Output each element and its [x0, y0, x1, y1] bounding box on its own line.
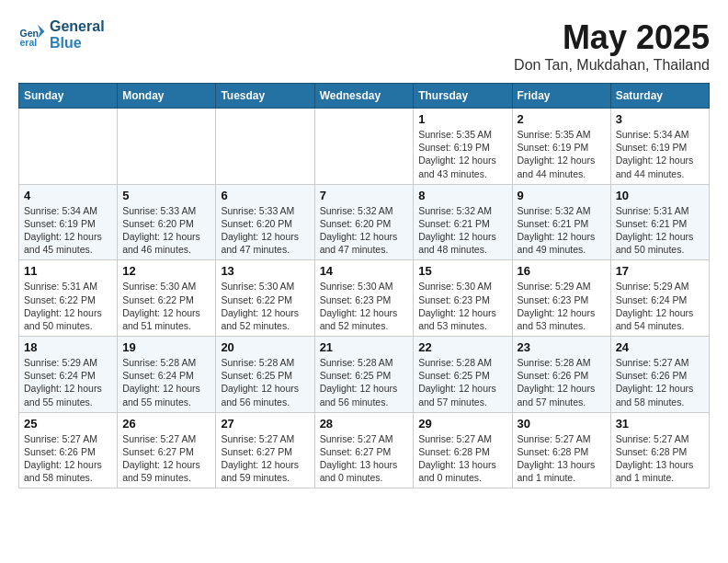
day-number: 9	[518, 189, 606, 202]
day-number: 19	[122, 340, 210, 354]
day-info: Sunrise: 5:31 AM Sunset: 6:21 PM Dayligh…	[616, 204, 704, 257]
calendar-cell: 16Sunrise: 5:29 AM Sunset: 6:23 PM Dayli…	[512, 260, 610, 337]
calendar-cell: 25Sunrise: 5:27 AM Sunset: 6:26 PM Dayli…	[19, 412, 118, 488]
day-info: Sunrise: 5:29 AM Sunset: 6:23 PM Dayligh…	[518, 280, 606, 332]
day-info: Sunrise: 5:32 AM Sunset: 6:21 PM Dayligh…	[518, 204, 606, 257]
calendar-cell: 11Sunrise: 5:31 AM Sunset: 6:22 PM Dayli…	[19, 260, 118, 337]
calendar-cell	[118, 109, 216, 185]
day-number: 27	[221, 417, 309, 431]
calendar-cell	[314, 109, 414, 185]
calendar-cell: 21Sunrise: 5:28 AM Sunset: 6:25 PM Dayli…	[314, 337, 414, 413]
day-number: 4	[24, 189, 112, 202]
weekday-header-friday: Friday	[512, 84, 610, 109]
weekday-header-thursday: Thursday	[414, 84, 512, 109]
day-info: Sunrise: 5:27 AM Sunset: 6:28 PM Dayligh…	[418, 432, 506, 485]
calendar-cell: 4Sunrise: 5:34 AM Sunset: 6:19 PM Daylig…	[19, 184, 118, 260]
day-number: 29	[418, 417, 506, 431]
calendar-table: SundayMondayTuesdayWednesdayThursdayFrid…	[18, 83, 710, 488]
day-info: Sunrise: 5:34 AM Sunset: 6:19 PM Dayligh…	[616, 128, 704, 180]
day-info: Sunrise: 5:32 AM Sunset: 6:20 PM Dayligh…	[320, 204, 409, 257]
calendar-cell: 31Sunrise: 5:27 AM Sunset: 6:28 PM Dayli…	[610, 412, 709, 488]
calendar-cell: 12Sunrise: 5:30 AM Sunset: 6:22 PM Dayli…	[118, 260, 216, 337]
calendar-week-row: 1Sunrise: 5:35 AM Sunset: 6:19 PM Daylig…	[19, 109, 710, 185]
page-header: Gen eral General Blue May 2025 Don Tan, …	[18, 18, 710, 74]
day-number: 31	[616, 417, 704, 431]
day-info: Sunrise: 5:29 AM Sunset: 6:24 PM Dayligh…	[24, 356, 112, 408]
day-info: Sunrise: 5:30 AM Sunset: 6:23 PM Dayligh…	[418, 280, 506, 332]
calendar-subtitle: Don Tan, Mukdahan, Thailand	[514, 57, 710, 74]
day-number: 15	[418, 264, 506, 278]
day-info: Sunrise: 5:28 AM Sunset: 6:24 PM Dayligh…	[122, 356, 210, 408]
day-info: Sunrise: 5:30 AM Sunset: 6:23 PM Dayligh…	[320, 280, 409, 332]
day-info: Sunrise: 5:34 AM Sunset: 6:19 PM Dayligh…	[24, 204, 112, 257]
day-info: Sunrise: 5:27 AM Sunset: 6:26 PM Dayligh…	[24, 432, 112, 485]
day-number: 23	[518, 340, 606, 354]
day-info: Sunrise: 5:28 AM Sunset: 6:25 PM Dayligh…	[221, 356, 309, 408]
calendar-cell: 30Sunrise: 5:27 AM Sunset: 6:28 PM Dayli…	[512, 412, 610, 488]
day-info: Sunrise: 5:30 AM Sunset: 6:22 PM Dayligh…	[221, 280, 309, 332]
calendar-week-row: 11Sunrise: 5:31 AM Sunset: 6:22 PM Dayli…	[19, 260, 710, 337]
day-info: Sunrise: 5:27 AM Sunset: 6:27 PM Dayligh…	[122, 432, 210, 485]
calendar-cell	[216, 109, 314, 185]
day-number: 24	[616, 340, 704, 354]
weekday-header-tuesday: Tuesday	[216, 84, 314, 109]
svg-marker-2	[38, 24, 45, 38]
calendar-cell: 24Sunrise: 5:27 AM Sunset: 6:26 PM Dayli…	[610, 337, 709, 413]
day-info: Sunrise: 5:28 AM Sunset: 6:25 PM Dayligh…	[320, 356, 409, 408]
weekday-header-sunday: Sunday	[19, 84, 118, 109]
day-info: Sunrise: 5:33 AM Sunset: 6:20 PM Dayligh…	[221, 204, 309, 257]
svg-text:eral: eral	[20, 37, 38, 48]
title-area: May 2025 Don Tan, Mukdahan, Thailand	[514, 18, 710, 74]
day-info: Sunrise: 5:27 AM Sunset: 6:28 PM Dayligh…	[518, 432, 606, 485]
day-number: 26	[122, 417, 210, 431]
day-number: 20	[221, 340, 309, 354]
day-number: 13	[221, 264, 309, 278]
calendar-cell: 15Sunrise: 5:30 AM Sunset: 6:23 PM Dayli…	[414, 260, 512, 337]
calendar-cell: 5Sunrise: 5:33 AM Sunset: 6:20 PM Daylig…	[118, 184, 216, 260]
weekday-header-monday: Monday	[118, 84, 216, 109]
day-number: 30	[518, 417, 606, 431]
day-number: 28	[320, 417, 409, 431]
logo: Gen eral General Blue	[18, 18, 105, 51]
calendar-cell: 17Sunrise: 5:29 AM Sunset: 6:24 PM Dayli…	[610, 260, 709, 337]
calendar-cell: 13Sunrise: 5:30 AM Sunset: 6:22 PM Dayli…	[216, 260, 314, 337]
calendar-week-row: 18Sunrise: 5:29 AM Sunset: 6:24 PM Dayli…	[19, 337, 710, 413]
day-info: Sunrise: 5:35 AM Sunset: 6:19 PM Dayligh…	[518, 128, 606, 180]
day-number: 2	[518, 112, 606, 126]
day-info: Sunrise: 5:35 AM Sunset: 6:19 PM Dayligh…	[418, 128, 506, 180]
calendar-cell: 1Sunrise: 5:35 AM Sunset: 6:19 PM Daylig…	[414, 109, 512, 185]
calendar-cell: 18Sunrise: 5:29 AM Sunset: 6:24 PM Dayli…	[19, 337, 118, 413]
day-number: 1	[418, 112, 506, 126]
calendar-cell: 2Sunrise: 5:35 AM Sunset: 6:19 PM Daylig…	[512, 109, 610, 185]
day-info: Sunrise: 5:27 AM Sunset: 6:26 PM Dayligh…	[616, 356, 704, 408]
day-info: Sunrise: 5:27 AM Sunset: 6:27 PM Dayligh…	[320, 432, 409, 485]
day-number: 25	[24, 417, 112, 431]
day-number: 8	[418, 189, 506, 202]
calendar-cell: 9Sunrise: 5:32 AM Sunset: 6:21 PM Daylig…	[512, 184, 610, 260]
day-number: 5	[122, 189, 210, 202]
day-info: Sunrise: 5:28 AM Sunset: 6:25 PM Dayligh…	[418, 356, 506, 408]
calendar-week-row: 4Sunrise: 5:34 AM Sunset: 6:19 PM Daylig…	[19, 184, 710, 260]
day-info: Sunrise: 5:27 AM Sunset: 6:27 PM Dayligh…	[221, 432, 309, 485]
calendar-cell: 22Sunrise: 5:28 AM Sunset: 6:25 PM Dayli…	[414, 337, 512, 413]
day-number: 18	[24, 340, 112, 354]
calendar-cell	[19, 109, 118, 185]
day-number: 11	[24, 264, 112, 278]
day-number: 6	[221, 189, 309, 202]
calendar-cell: 19Sunrise: 5:28 AM Sunset: 6:24 PM Dayli…	[118, 337, 216, 413]
day-info: Sunrise: 5:33 AM Sunset: 6:20 PM Dayligh…	[122, 204, 210, 257]
calendar-cell: 7Sunrise: 5:32 AM Sunset: 6:20 PM Daylig…	[314, 184, 414, 260]
logo-icon: Gen eral	[18, 21, 46, 49]
calendar-title: May 2025	[514, 18, 710, 57]
calendar-cell: 20Sunrise: 5:28 AM Sunset: 6:25 PM Dayli…	[216, 337, 314, 413]
calendar-cell: 27Sunrise: 5:27 AM Sunset: 6:27 PM Dayli…	[216, 412, 314, 488]
calendar-cell: 23Sunrise: 5:28 AM Sunset: 6:26 PM Dayli…	[512, 337, 610, 413]
calendar-cell: 3Sunrise: 5:34 AM Sunset: 6:19 PM Daylig…	[610, 109, 709, 185]
calendar-cell: 29Sunrise: 5:27 AM Sunset: 6:28 PM Dayli…	[414, 412, 512, 488]
calendar-cell: 14Sunrise: 5:30 AM Sunset: 6:23 PM Dayli…	[314, 260, 414, 337]
weekday-header-row: SundayMondayTuesdayWednesdayThursdayFrid…	[19, 84, 710, 109]
day-info: Sunrise: 5:31 AM Sunset: 6:22 PM Dayligh…	[24, 280, 112, 332]
day-number: 16	[518, 264, 606, 278]
day-info: Sunrise: 5:27 AM Sunset: 6:28 PM Dayligh…	[616, 432, 704, 485]
day-number: 3	[616, 112, 704, 126]
